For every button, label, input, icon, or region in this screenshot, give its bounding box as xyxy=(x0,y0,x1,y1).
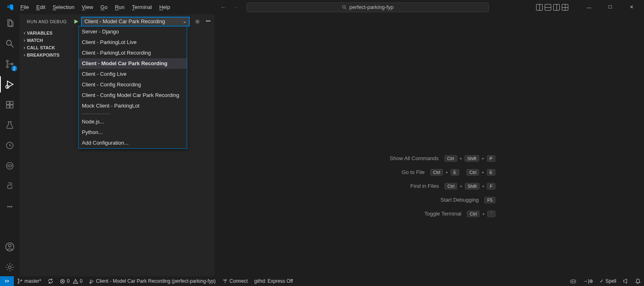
config-option[interactable]: Server - Django xyxy=(79,26,187,37)
debug-alt-icon xyxy=(89,279,94,284)
shortcut-row: Find in FilesCtrl+Shift+F xyxy=(364,183,495,189)
menu-go[interactable]: Go xyxy=(97,2,111,12)
shortcut-row: Toggle TerminalCtrl+` xyxy=(364,211,495,217)
svg-point-18 xyxy=(18,279,19,280)
layout-controls xyxy=(536,4,568,11)
plus-separator: + xyxy=(460,184,462,189)
menu-file[interactable]: File xyxy=(17,2,32,12)
chevron-down-icon: ⌄ xyxy=(183,19,186,24)
keycap: Ctrl xyxy=(467,211,480,217)
activity-search[interactable] xyxy=(0,37,20,50)
debug-icon xyxy=(5,79,15,89)
play-icon xyxy=(73,19,79,24)
activity-source-control[interactable]: 2 xyxy=(0,57,20,70)
config-option[interactable]: Client - Config Recording xyxy=(79,79,187,90)
menu-selection[interactable]: Selection xyxy=(49,2,77,12)
shortcut-keys: F5 xyxy=(484,197,495,203)
svg-line-1 xyxy=(345,8,346,9)
shortcut-row: Start DebuggingF5 xyxy=(364,197,495,203)
search-text: perfect-parking-fyp xyxy=(349,4,393,10)
toggle-panel-icon[interactable] xyxy=(545,4,551,11)
activity-live-share[interactable] xyxy=(0,159,20,172)
svg-rect-10 xyxy=(10,105,13,108)
beaker-icon xyxy=(5,121,14,130)
search-icon xyxy=(5,39,15,48)
debug-config-select[interactable]: Client - Model Car Park Recording ⌄ xyxy=(81,17,189,26)
copilot-icon xyxy=(570,278,576,284)
activity-run-debug[interactable] xyxy=(0,78,20,91)
remote-button[interactable] xyxy=(0,276,14,286)
search-icon xyxy=(342,5,347,10)
gear-icon xyxy=(5,262,15,272)
chevron-right-icon: › xyxy=(24,37,25,43)
indent-icon: →|⊕ xyxy=(583,278,593,284)
chevron-right-icon: › xyxy=(24,45,25,51)
start-debug-button[interactable] xyxy=(73,19,79,24)
command-center-search[interactable]: perfect-parking-fyp xyxy=(247,2,489,12)
nav-arrows: ← → xyxy=(221,4,239,10)
title-bar: File Edit Selection View Go Run Terminal… xyxy=(0,0,644,14)
activity-explorer[interactable] xyxy=(0,17,20,30)
nav-back-icon[interactable]: ← xyxy=(221,4,226,10)
svg-rect-8 xyxy=(7,101,9,104)
activity-extensions[interactable] xyxy=(0,98,20,111)
activity-more[interactable]: ••• xyxy=(0,200,20,213)
status-problems[interactable]: 0 0 xyxy=(57,276,85,286)
status-notifications[interactable] xyxy=(632,276,644,286)
ellipsis-icon: ••• xyxy=(206,18,210,23)
close-button[interactable]: ✕ xyxy=(622,1,641,13)
menu-edit[interactable]: Edit xyxy=(33,2,48,12)
config-selected-label: Client - Model Car Park Recording xyxy=(84,18,165,24)
config-option[interactable]: Client - Config Model Car Park Recording xyxy=(79,90,187,101)
files-icon xyxy=(5,18,15,28)
status-githd[interactable]: githd: Express Off xyxy=(251,276,296,286)
config-option[interactable]: Client - ParkingLot Recording xyxy=(79,48,187,58)
config-option[interactable]: Client - Model Car Park Recording xyxy=(79,58,187,69)
status-copilot[interactable] xyxy=(567,276,580,286)
radio-tower-icon xyxy=(222,278,228,284)
editor-area: Show All CommandsCtrl+Shift+PGo to FileC… xyxy=(215,14,644,276)
keycap: ` xyxy=(487,211,495,217)
status-branch[interactable]: master* xyxy=(14,276,44,286)
activity-settings[interactable] xyxy=(0,261,20,274)
toggle-primary-sidebar-icon[interactable] xyxy=(536,4,543,11)
menu-run[interactable]: Run xyxy=(112,2,128,12)
menu-help[interactable]: Help xyxy=(156,2,173,12)
config-option[interactable]: Client - ParkingLot Live xyxy=(79,37,187,48)
menu-terminal[interactable]: Terminal xyxy=(129,2,155,12)
maximize-button[interactable]: ☐ xyxy=(601,1,620,13)
config-extra-option[interactable]: Python... xyxy=(79,127,187,138)
config-option[interactable]: Mock Client - ParkingLot xyxy=(79,101,187,111)
scm-badge: 2 xyxy=(11,66,17,71)
svg-point-4 xyxy=(7,60,8,62)
status-ports[interactable]: Connect xyxy=(219,276,251,286)
sync-icon xyxy=(48,278,53,284)
shortcut-label: Find in Files xyxy=(378,183,439,189)
plus-separator: + xyxy=(482,211,484,216)
git-branch-icon xyxy=(17,278,23,284)
config-extra-option[interactable]: Add Configuration... xyxy=(79,138,187,148)
activity-accounts[interactable] xyxy=(0,240,20,253)
status-sync[interactable] xyxy=(44,276,57,286)
account-icon xyxy=(5,242,15,252)
vscode-logo-icon xyxy=(7,4,14,11)
more-actions-button[interactable]: ••• xyxy=(206,18,210,25)
status-feedback[interactable] xyxy=(620,276,632,286)
activity-python[interactable] xyxy=(0,180,20,193)
open-launch-json-button[interactable] xyxy=(194,18,201,25)
menu-view[interactable]: View xyxy=(79,2,96,12)
svg-point-20 xyxy=(21,280,22,281)
activity-testing[interactable] xyxy=(0,119,20,132)
svg-line-3 xyxy=(11,45,13,47)
status-debug-config[interactable]: Client - Model Car Park Recording (perfe… xyxy=(86,276,219,286)
svg-point-6 xyxy=(11,63,13,65)
config-extra-option[interactable]: Node.js... xyxy=(79,117,187,127)
status-spell[interactable]: ✓ Spell xyxy=(596,276,620,286)
extensions-icon xyxy=(5,100,14,109)
customize-layout-icon[interactable] xyxy=(562,4,568,11)
minimize-button[interactable]: — xyxy=(580,1,598,13)
toggle-secondary-sidebar-icon[interactable] xyxy=(553,4,560,11)
status-indent[interactable]: →|⊕ xyxy=(580,276,596,286)
activity-timeline[interactable] xyxy=(0,139,20,152)
config-option[interactable]: Client - Config Live xyxy=(79,69,187,79)
